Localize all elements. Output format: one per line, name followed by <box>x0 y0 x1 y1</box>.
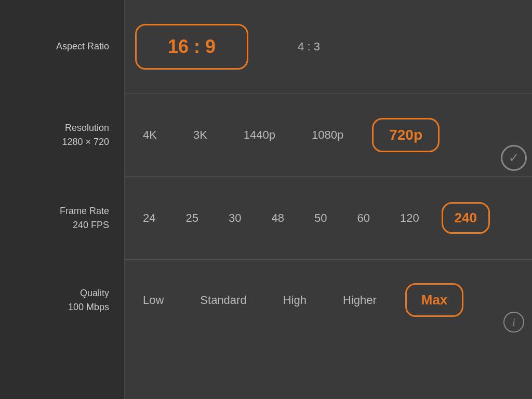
framerate-240[interactable]: 240 <box>442 202 490 234</box>
main-content: Aspect Ratio 16 : 9 4 : 3 Resolution 128… <box>125 0 532 399</box>
framerate-120[interactable]: 120 <box>392 206 427 230</box>
quality-row: Quality 100 Mbps Low Standard High Highe… <box>125 260 532 340</box>
framerate-25[interactable]: 25 <box>178 206 206 230</box>
frame-rate-title: Frame Rate <box>0 204 109 218</box>
quality-higher[interactable]: Higher <box>335 288 384 312</box>
aspect-ratio-option-4-3[interactable]: 4 : 3 <box>290 35 328 59</box>
quality-sub: 100 Mbps <box>0 300 109 314</box>
checkmark-symbol: ✓ <box>509 151 519 165</box>
aspect-ratio-title: Aspect Ratio <box>56 41 109 51</box>
framerate-30[interactable]: 30 <box>221 206 249 230</box>
resolution-3k[interactable]: 3K <box>185 123 215 147</box>
sidebar <box>0 0 125 399</box>
resolution-1080p[interactable]: 1080p <box>304 123 351 147</box>
framerate-24[interactable]: 24 <box>135 206 163 230</box>
aspect-ratio-options: 16 : 9 4 : 3 <box>135 24 328 70</box>
quality-max[interactable]: Max <box>405 283 464 317</box>
framerate-50[interactable]: 50 <box>307 206 335 230</box>
resolution-4k[interactable]: 4K <box>135 123 165 147</box>
frame-rate-row: Frame Rate 240 FPS 24 25 30 48 50 60 120… <box>125 177 532 260</box>
info-icon[interactable]: i <box>503 312 524 332</box>
quality-label: Quality 100 Mbps <box>0 286 125 314</box>
quality-standard[interactable]: Standard <box>192 288 254 312</box>
resolution-label: Resolution 1280 × 720 <box>0 121 125 149</box>
quality-options: Low Standard High Higher Max <box>135 283 463 317</box>
resolution-options: 4K 3K 1440p 1080p 720p <box>135 118 440 152</box>
aspect-ratio-label: Aspect Ratio <box>0 39 125 54</box>
framerate-48[interactable]: 48 <box>263 206 291 230</box>
frame-rate-sub: 240 FPS <box>0 218 109 232</box>
framerate-60[interactable]: 60 <box>349 206 377 230</box>
aspect-ratio-option-16-9[interactable]: 16 : 9 <box>135 24 248 70</box>
quality-low[interactable]: Low <box>135 288 171 312</box>
info-symbol: i <box>512 316 515 328</box>
resolution-row: Resolution 1280 × 720 4K 3K 1440p 1080p … <box>125 94 532 177</box>
quality-high[interactable]: High <box>275 288 314 312</box>
resolution-sub: 1280 × 720 <box>0 135 109 149</box>
checkmark-icon[interactable]: ✓ <box>501 145 527 171</box>
frame-rate-label: Frame Rate 240 FPS <box>0 204 125 232</box>
quality-title: Quality <box>0 286 109 300</box>
resolution-title: Resolution <box>0 121 109 135</box>
aspect-ratio-row: Aspect Ratio 16 : 9 4 : 3 <box>125 0 532 94</box>
resolution-1440p[interactable]: 1440p <box>236 123 283 147</box>
resolution-720p[interactable]: 720p <box>372 118 440 152</box>
frame-rate-options: 24 25 30 48 50 60 120 240 <box>135 202 490 234</box>
